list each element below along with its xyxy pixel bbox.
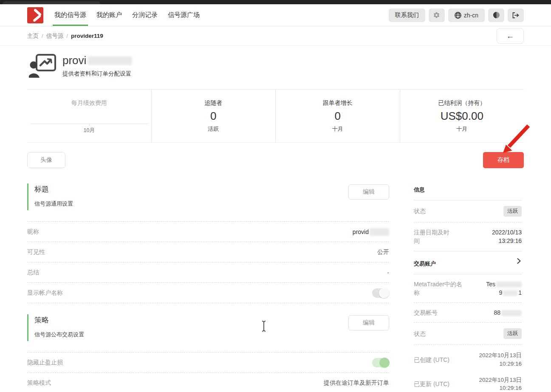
stat-title: 跟单者增长 [323,99,353,107]
stat-sub: 十月 [332,125,343,133]
theme-toggle-button[interactable] [488,8,504,22]
tab-profit-sharing[interactable]: 分润记录 [127,4,163,26]
setting-label: 可见性 [27,248,45,256]
avatar-button[interactable]: 头像 [27,152,65,168]
breadcrumb-separator: / [66,33,68,39]
registration-datetime: 2022/10/13 13:29:16 [492,228,522,245]
back-arrow-icon: ← [506,31,514,41]
accounts-heading[interactable]: 交易账户 [414,257,522,274]
redacted-mt-name2 [503,290,517,296]
actions-row: 头像 存档 [27,152,524,168]
navbar-actions: 联系我们 zh-cn [389,8,524,22]
side-label: 注册日期及时间 [414,228,451,245]
contact-us-button[interactable]: 联系我们 [389,8,425,22]
tab-signal-market[interactable]: 信号源广场 [163,4,205,26]
stat-value: US$0.00 [441,110,483,122]
breadcrumb-home[interactable]: 主页 [27,32,39,40]
stat-card-follower-growth: 跟单者增长 0 十月 [276,90,400,142]
stat-card-monthly-fee: 每月绩效费用 10月 [27,90,152,142]
redacted-title [88,56,132,65]
redacted-account-number [501,310,522,316]
nav-tabs: 我的信号源 我的账户 分润记录 信号源广场 [49,4,205,26]
side-label: 已更新 (UTC) [414,380,449,388]
section-strategy-header: 策略 信号源公布交易设置 编辑 [27,314,389,341]
setting-label: 显示帐户名称 [27,289,63,297]
status-badge: 活跃 [503,206,522,217]
setting-label: 策略模式 [27,379,51,387]
setting-row-hide-sl-tp: 隐藏止盈止损 [27,353,389,373]
info-sidebar: 信息 状态 活跃 注册日期及时间 2022/10/13 13:29:16 交易账… [414,183,522,392]
language-label: zh-cn [464,12,478,19]
setting-value: 公开 [377,248,389,256]
globe-icon [455,12,461,19]
setting-value: - [387,269,389,276]
language-button[interactable]: zh-cn [448,8,485,22]
section-title-header: 标题 信号源通用设置 编辑 [27,183,389,210]
tab-my-signals[interactable]: 我的信号源 [49,4,91,26]
show-account-name-toggle[interactable] [372,288,389,298]
breadcrumb-current: provider119 [71,33,103,39]
title-settings-list: 昵称 provid 可见性 公开 总结 - 显示帐户名称 [27,221,389,303]
stat-value: 0 [210,110,216,122]
setting-row-summary: 总结 - [27,262,389,283]
redacted-nickname [370,228,389,236]
archive-button[interactable]: 存档 [483,152,524,168]
back-button[interactable]: ← [497,28,524,44]
settings-button[interactable] [429,8,445,22]
stat-sub: 活跃 [208,125,219,133]
setting-label: 隐藏止盈止损 [27,359,63,367]
browser-chrome-bar [0,0,551,4]
sidebar-row-mt-name: MetaTrader中的名称 Tes 91 [414,274,522,303]
account-status-badge: 活跃 [503,328,522,339]
stat-card-settled-profit: 已结利润（持有） US$0.00 十月 [400,90,524,142]
stat-title: 追随者 [204,99,222,107]
setting-label: 总结 [27,269,39,276]
account-number-value: 88 [494,308,522,317]
sidebar-row-registration: 注册日期及时间 2022/10/13 13:29:16 [414,223,522,251]
navbar: 我的信号源 我的账户 分润记录 信号源广场 联系我们 zh-cn [0,4,551,26]
hide-sl-tp-toggle[interactable] [372,358,389,367]
logout-button[interactable] [508,8,524,22]
side-label: 已创建 (UTC) [414,355,449,364]
setting-row-strategy-mode: 策略模式 提供在途订单及新开订单 [27,373,389,392]
stat-sub: 十月 [456,125,467,133]
side-label: 状态 [414,330,426,338]
mini-chart-axis [30,124,148,124]
stat-title: 已结利润（持有） [438,99,486,107]
contrast-icon [493,11,500,19]
toggle-knob [379,358,390,368]
setting-value: 提供在途订单及新开订单 [324,379,389,387]
breadcrumb-signals[interactable]: 信号源 [46,32,64,40]
page-subtitle: 提供者资料和订单分配设置 [62,70,132,78]
sidebar-row-updated: 已更新 (UTC) 2022年10月13日 10:29:16 [414,372,522,392]
redacted-mt-name [496,282,522,288]
stat-title: 每月绩效费用 [71,99,107,107]
side-label: 状态 [414,207,426,215]
setting-row-nickname: 昵称 provid [27,222,389,242]
stat-card-followers: 追随者 0 活跃 [152,90,276,142]
page-title: provi [62,54,132,67]
edit-strategy-button[interactable]: 编辑 [348,315,389,330]
created-datetime: 2022年10月13日 10:29:16 [479,351,522,368]
logout-icon [512,12,520,19]
setting-value: provid [353,228,389,236]
chevron-right-icon [517,258,521,264]
stat-value: 0 [335,110,341,122]
sidebar-row-created: 已创建 (UTC) 2022年10月13日 10:29:16 [414,347,522,372]
updated-datetime: 2022年10月13日 10:29:16 [479,376,522,392]
edit-title-button[interactable]: 编辑 [348,184,389,200]
breadcrumb-separator: / [42,33,43,39]
sidebar-row-account-status: 状态 活跃 [414,323,522,345]
toggle-knob [379,288,389,298]
browser-tab-edge [3,1,100,4]
setting-row-visibility: 可见性 公开 [27,242,389,262]
app-logo-icon[interactable] [27,7,43,23]
section-subheading: 信号源公布交易设置 [34,331,389,338]
sidebar-row-status: 状态 活跃 [414,200,522,223]
info-heading: 信息 [414,183,522,200]
tab-my-account[interactable]: 我的账户 [91,4,127,26]
side-label: 交易帐号 [414,308,438,317]
mini-chart-axis-label: 10月 [84,127,95,134]
side-label: MetaTrader中的名称 [414,280,466,297]
section-heading: 标题 [34,184,389,194]
